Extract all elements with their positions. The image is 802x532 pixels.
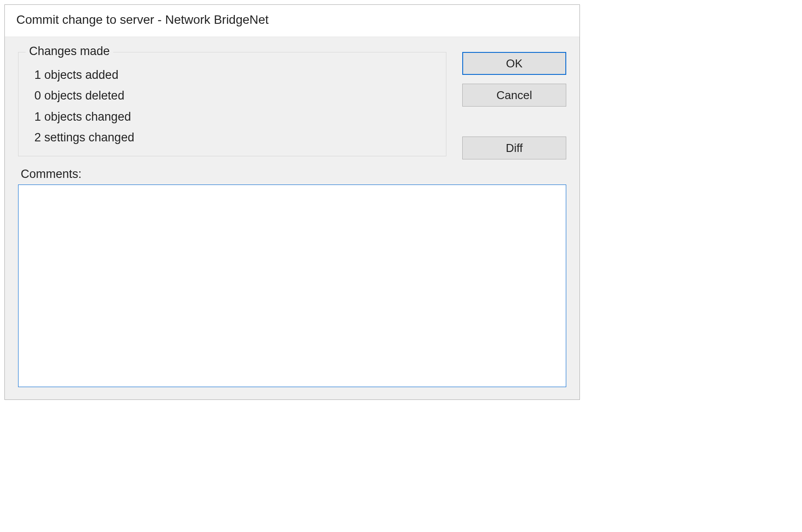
changes-group: Changes made 1 objects added 0 objects d… bbox=[18, 52, 446, 156]
comments-label: Comments: bbox=[21, 167, 566, 181]
dialog-title: Commit change to server - Network Bridge… bbox=[5, 5, 579, 37]
changes-item-added: 1 objects added bbox=[34, 65, 435, 85]
cancel-button[interactable]: Cancel bbox=[462, 84, 566, 107]
commit-dialog: Commit change to server - Network Bridge… bbox=[4, 4, 580, 400]
changes-item-changed: 1 objects changed bbox=[34, 107, 435, 127]
changes-legend: Changes made bbox=[26, 44, 113, 58]
ok-button[interactable]: OK bbox=[462, 52, 566, 75]
changes-item-settings: 2 settings changed bbox=[34, 127, 435, 148]
dialog-content: Changes made 1 objects added 0 objects d… bbox=[5, 37, 579, 399]
button-spacer bbox=[462, 115, 566, 128]
button-column: OK Cancel Diff bbox=[462, 52, 566, 159]
diff-button[interactable]: Diff bbox=[462, 137, 566, 159]
comments-input[interactable] bbox=[18, 185, 566, 387]
changes-item-deleted: 0 objects deleted bbox=[34, 85, 435, 106]
upper-row: Changes made 1 objects added 0 objects d… bbox=[18, 52, 566, 159]
changes-list: 1 objects added 0 objects deleted 1 obje… bbox=[34, 65, 435, 148]
